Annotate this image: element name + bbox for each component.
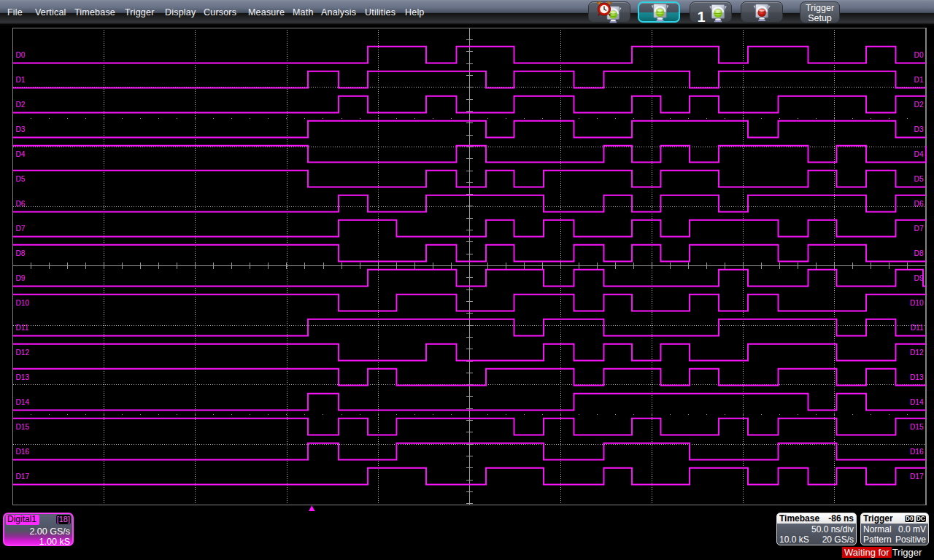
svg-text:D6: D6 (16, 200, 26, 208)
svg-text:D10: D10 (16, 299, 30, 307)
svg-text:D12: D12 (910, 349, 924, 357)
svg-text:D15: D15 (910, 423, 924, 431)
svg-text:D6: D6 (914, 200, 924, 208)
svg-text:D17: D17 (16, 472, 30, 481)
svg-text:D2: D2 (16, 101, 26, 109)
svg-text:D17: D17 (910, 472, 924, 481)
svg-text:D7: D7 (16, 225, 26, 233)
svg-text:D4: D4 (914, 150, 924, 158)
svg-text:D13: D13 (16, 373, 30, 381)
svg-text:D15: D15 (16, 423, 30, 431)
svg-text:D14: D14 (16, 398, 30, 406)
svg-text:D12: D12 (16, 349, 30, 357)
svg-text:D8: D8 (16, 249, 26, 257)
svg-text:D3: D3 (16, 125, 26, 133)
svg-text:D9: D9 (16, 274, 26, 282)
svg-text:D4: D4 (16, 150, 26, 158)
svg-text:D16: D16 (910, 448, 924, 456)
svg-text:D5: D5 (16, 175, 26, 183)
svg-text:D8: D8 (914, 249, 924, 257)
svg-text:D5: D5 (914, 175, 924, 183)
svg-text:D10: D10 (910, 299, 924, 307)
svg-text:D9: D9 (914, 274, 924, 282)
svg-text:D0: D0 (16, 51, 26, 59)
svg-text:D0: D0 (914, 51, 924, 59)
svg-text:D16: D16 (16, 448, 30, 456)
svg-text:D7: D7 (914, 225, 924, 233)
svg-text:D1: D1 (914, 76, 924, 84)
svg-text:D11: D11 (16, 324, 29, 332)
svg-text:D13: D13 (910, 373, 924, 381)
svg-text:D3: D3 (914, 125, 924, 133)
svg-text:D1: D1 (16, 76, 26, 84)
svg-text:D2: D2 (914, 101, 924, 109)
svg-text:D14: D14 (910, 398, 924, 406)
svg-text:D11: D11 (911, 324, 924, 332)
